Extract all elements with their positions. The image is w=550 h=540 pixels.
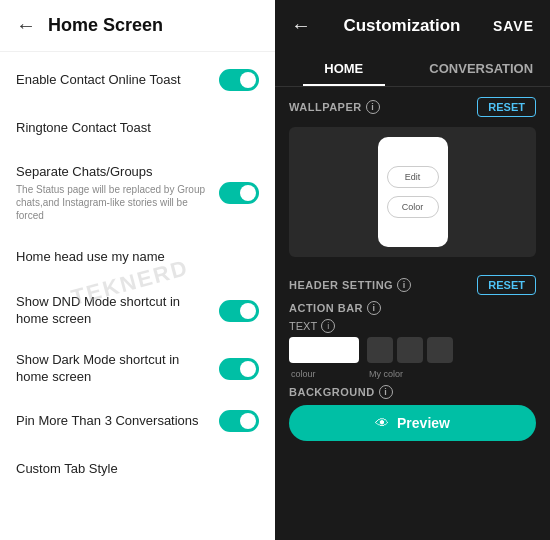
- action-bar-info-icon[interactable]: i: [367, 301, 381, 315]
- preview-button-label: Preview: [397, 415, 450, 431]
- right-tabs: HOME CONVERSATION: [275, 51, 550, 87]
- setting-label: Home head use my name: [16, 249, 251, 266]
- toggle-dnd-shortcut[interactable]: [219, 300, 259, 322]
- wallpaper-preview: Edit Color: [289, 127, 536, 257]
- setting-item-dnd-shortcut: Show DND Mode shortcut in home screen: [0, 282, 275, 340]
- setting-label: Enable Contact Online Toast: [16, 72, 211, 89]
- background-label: BACKGROUND: [289, 386, 375, 398]
- eye-icon: 👁: [375, 415, 389, 431]
- colour-sublabel: colour: [291, 369, 361, 379]
- mock-edit-button[interactable]: Edit: [387, 166, 439, 188]
- phone-mockup: Edit Color: [378, 137, 448, 247]
- tab-home[interactable]: HOME: [275, 51, 413, 86]
- setting-item-separate-chats: Separate Chats/Groups The Status page wi…: [0, 152, 275, 234]
- setting-item-custom-tab-style: Custom Tab Style: [0, 445, 275, 493]
- header-setting-label: HEADER SETTING: [289, 279, 393, 291]
- wallpaper-reset-button[interactable]: RESET: [477, 97, 536, 117]
- color-cell-2[interactable]: [397, 337, 423, 363]
- right-content: WALLPAPER i RESET Edit Color HEADER SETT…: [275, 87, 550, 540]
- toggle-dark-mode-shortcut[interactable]: [219, 358, 259, 380]
- text-info-icon[interactable]: i: [321, 319, 335, 333]
- setting-label: Ringtone Contact Toast: [16, 120, 251, 137]
- setting-label: Pin More Than 3 Conversations: [16, 413, 211, 430]
- tab-conversation[interactable]: CONVERSATION: [413, 51, 551, 86]
- setting-label: Separate Chats/Groups: [16, 164, 211, 181]
- back-arrow-icon[interactable]: ←: [16, 14, 36, 37]
- header-setting-info-icon[interactable]: i: [397, 278, 411, 292]
- wallpaper-section-header: WALLPAPER i RESET: [275, 87, 550, 123]
- toggle-pin-conversations[interactable]: [219, 410, 259, 432]
- setting-item-home-head-name: Home head use my name: [0, 234, 275, 282]
- color-row: [289, 337, 536, 363]
- left-panel-title: Home Screen: [48, 15, 163, 36]
- mycolor-sublabel: My color: [369, 369, 403, 379]
- color-grid: [367, 337, 453, 363]
- header-setting-section: HEADER SETTING i RESET: [275, 265, 550, 301]
- background-info-icon[interactable]: i: [379, 385, 393, 399]
- color-cell-3[interactable]: [427, 337, 453, 363]
- color-cell-1[interactable]: [367, 337, 393, 363]
- setting-item-pin-conversations: Pin More Than 3 Conversations: [0, 397, 275, 445]
- action-bar-area: ACTION BAR i TEXT i colour My color: [275, 301, 550, 379]
- right-panel: ← Customization SAVE HOME CONVERSATION W…: [275, 0, 550, 540]
- settings-list: Enable Contact Online Toast Ringtone Con…: [0, 52, 275, 540]
- header-setting-reset-button[interactable]: RESET: [477, 275, 536, 295]
- save-button[interactable]: SAVE: [493, 18, 534, 34]
- left-panel: ← Home Screen Enable Contact Online Toas…: [0, 0, 275, 540]
- action-bar-label: ACTION BAR: [289, 302, 363, 314]
- wallpaper-info-icon[interactable]: i: [366, 100, 380, 114]
- toggle-enable-contact-toast[interactable]: [219, 69, 259, 91]
- setting-sublabel: The Status page will be replaced by Grou…: [16, 183, 211, 222]
- setting-label: Show DND Mode shortcut in home screen: [16, 294, 211, 328]
- wallpaper-label: WALLPAPER: [289, 101, 362, 113]
- setting-label: Show Dark Mode shortcut in home screen: [16, 352, 211, 386]
- right-back-icon[interactable]: ←: [291, 14, 311, 37]
- right-panel-title: Customization: [343, 16, 460, 36]
- setting-item-ringtone-contact-toast: Ringtone Contact Toast: [0, 104, 275, 152]
- left-header: ← Home Screen: [0, 0, 275, 52]
- setting-item-enable-contact-toast: Enable Contact Online Toast: [0, 56, 275, 104]
- preview-button[interactable]: 👁 Preview: [289, 405, 536, 441]
- toggle-separate-chats[interactable]: [219, 182, 259, 204]
- color-swatch-white[interactable]: [289, 337, 359, 363]
- text-label: TEXT: [289, 320, 317, 332]
- right-header: ← Customization SAVE: [275, 0, 550, 51]
- setting-item-dark-mode-shortcut: Show Dark Mode shortcut in home screen: [0, 340, 275, 398]
- mock-color-button[interactable]: Color: [387, 196, 439, 218]
- setting-label: Custom Tab Style: [16, 461, 251, 478]
